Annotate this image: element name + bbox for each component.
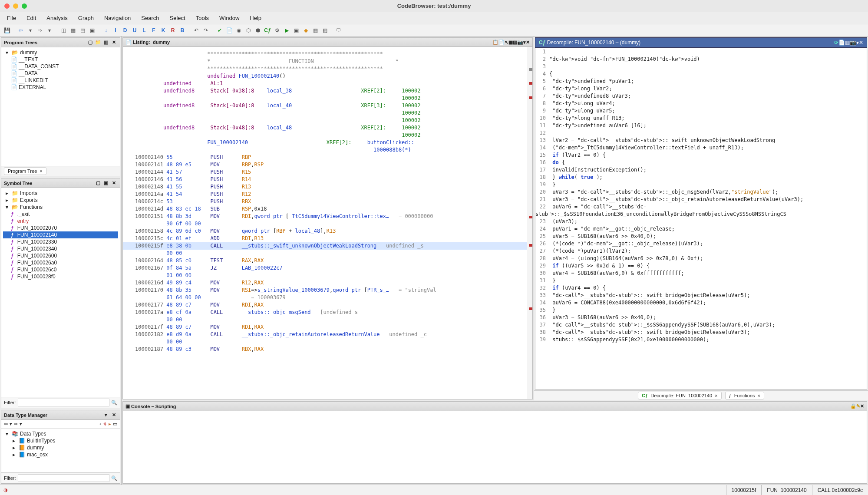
panel-icon[interactable]: ▥ (102, 39, 109, 46)
tree-folder-imports[interactable]: Imports (20, 190, 37, 196)
function-item-selected[interactable]: FUN_100002140 (17, 232, 57, 238)
tb-icon[interactable]: ▨ (321, 26, 329, 34)
menu-help[interactable]: Help (245, 13, 266, 23)
function-item[interactable]: FUN_100002330 (17, 239, 57, 245)
tree-item[interactable]: __LINKEDIT (19, 77, 48, 83)
tree-folder-functions[interactable]: Functions (20, 204, 43, 210)
menu-file[interactable]: File (3, 13, 20, 23)
close-window-icon[interactable] (4, 3, 10, 9)
menu-search[interactable]: Search (137, 13, 163, 23)
letter-u-icon[interactable]: U (131, 26, 139, 34)
panel-menu-icon[interactable]: ▾ (102, 412, 109, 419)
tree-item[interactable]: dummy (27, 445, 44, 451)
panel-icon[interactable]: 📄 (498, 40, 505, 45)
save-icon[interactable]: 💾 (3, 26, 11, 34)
tree-item[interactable]: EXTERNAL (19, 84, 46, 90)
forward-icon[interactable]: ⇨ (36, 26, 44, 34)
console-output[interactable] (123, 411, 867, 483)
decompile-view[interactable]: 12"dc-kw">void "dc-fn">FUN_100002140("dc… (535, 48, 867, 389)
tree-root[interactable]: dummy (20, 50, 37, 56)
function-item[interactable]: FUN_1000026c0 (17, 267, 57, 273)
back-icon[interactable]: ⇦ (17, 26, 25, 34)
back-menu-icon[interactable]: ▾ (26, 26, 34, 34)
program-tree[interactable]: ▾📂 dummy 📄 __TEXT 📄 __DATA_CONST 📄 __DAT… (1, 47, 120, 166)
function-item[interactable]: FUN_100002340 (17, 246, 57, 252)
panel-icon[interactable]: ▢ (87, 39, 94, 46)
undo-icon[interactable]: ↶ (192, 26, 200, 34)
menu-analysis[interactable]: Analysis (42, 13, 72, 23)
down-arrow-icon[interactable]: ↓ (102, 26, 110, 34)
tb-icon[interactable]: ▭ (113, 421, 117, 427)
letter-i-icon[interactable]: I (112, 26, 119, 34)
menu-navigation[interactable]: Navigation (100, 13, 135, 23)
forward-menu-icon[interactable]: ▾ (46, 26, 53, 34)
close-tab-icon[interactable]: × (40, 168, 42, 174)
filter-icon[interactable]: 🔍 (111, 475, 117, 481)
tb-icon[interactable]: ▦ (311, 26, 319, 34)
tb-icon[interactable]: ▤ (79, 26, 86, 34)
overview-ruler[interactable] (527, 47, 532, 399)
tree-item[interactable]: BuiltInTypes (27, 438, 55, 444)
forward-icon[interactable]: ⇨ (14, 421, 18, 427)
close-tab-icon[interactable]: × (757, 393, 760, 398)
snapshot-icon[interactable]: 📷 (517, 40, 523, 45)
tree-item[interactable]: mac_osx (27, 452, 48, 458)
function-item[interactable]: ._exit (17, 211, 30, 217)
symbol-tree[interactable]: ▸📁 Imports ▸📁 Exports ▾📂 Functions ƒ._ex… (1, 188, 120, 397)
panel-icon[interactable]: 📋 (492, 40, 498, 45)
close-icon[interactable]: ✕ (110, 180, 117, 187)
zoom-window-icon[interactable] (22, 3, 27, 9)
close-tab-icon[interactable]: × (715, 393, 717, 398)
run-icon[interactable]: ▶ (283, 26, 290, 34)
decompile-tab[interactable]: Cƒ Decompile: FUN_100002140 × (638, 392, 721, 399)
refresh-icon[interactable]: ⟳ (834, 40, 838, 46)
function-item[interactable]: entry (17, 218, 29, 224)
close-icon[interactable]: ✕ (110, 412, 117, 419)
doc-icon[interactable]: 📄 (225, 26, 233, 34)
function-item[interactable]: FUN_1000028f0 (17, 274, 56, 280)
menu-edit[interactable]: Edit (22, 13, 40, 23)
tree-root[interactable]: Data Types (20, 431, 46, 437)
close-icon[interactable]: ✕ (110, 39, 117, 46)
symbol-filter-input[interactable] (18, 399, 110, 406)
menu-window[interactable]: Window (215, 13, 244, 23)
letter-r-icon[interactable]: R (169, 26, 177, 34)
listing-view[interactable]: ****************************************… (122, 47, 533, 399)
panel-icon[interactable]: ▨ (513, 40, 517, 45)
tb-icon[interactable]: ▸ (109, 421, 111, 427)
datatype-tree[interactable]: ▾📚 Data Types ▸📘 BuiltInTypes ▸📙 dummy ▸… (1, 429, 120, 472)
panel-icon[interactable]: ✎ (856, 403, 860, 409)
tree-item[interactable]: __DATA_CONST (19, 63, 59, 69)
panel-icon[interactable]: ▦ (508, 40, 513, 45)
program-tree-tab[interactable]: Program Tree× (4, 167, 46, 175)
letter-l-icon[interactable]: L (140, 26, 148, 34)
tb-icon[interactable]: ↯ (103, 421, 107, 427)
redo-icon[interactable]: ↷ (202, 26, 210, 34)
filter-icon[interactable]: 🔍 (111, 400, 117, 406)
snapshot-icon[interactable]: 📷 (850, 40, 856, 46)
tree-item[interactable]: __TEXT (19, 56, 38, 63)
function-item[interactable]: FUN_1000026a0 (17, 260, 57, 266)
tb-icon[interactable]: ⬡ (244, 26, 252, 34)
datatype-filter-input[interactable] (18, 474, 110, 482)
menu-select[interactable]: Select (165, 13, 190, 23)
panel-icon[interactable]: 🔒 (850, 403, 856, 409)
panel-icon[interactable]: ▢ (95, 180, 102, 187)
close-icon[interactable]: ✕ (526, 40, 530, 45)
minimize-window-icon[interactable] (13, 3, 18, 9)
back-icon[interactable]: ⇦ (4, 421, 8, 427)
tb-icon[interactable]: ◫ (59, 26, 67, 34)
letter-k-icon[interactable]: K (159, 26, 167, 34)
panel-icon[interactable]: 📁 (95, 39, 102, 46)
letter-f-icon[interactable]: F (150, 26, 158, 34)
close-icon[interactable]: ✕ (859, 40, 863, 46)
tree-item[interactable]: __DATA (19, 70, 38, 76)
status-icon[interactable]: ◑ (3, 487, 8, 493)
function-item[interactable]: FUN_100002070 (17, 225, 57, 231)
tb-icon[interactable]: ⚙ (273, 26, 281, 34)
check-icon[interactable]: ✔ (216, 26, 224, 34)
functions-tab[interactable]: ƒ Functions × (725, 392, 764, 399)
tb-icon[interactable]: ▣ (88, 26, 96, 34)
letter-d-icon[interactable]: D (121, 26, 129, 34)
tb-icon[interactable]: ▦ (69, 26, 77, 34)
